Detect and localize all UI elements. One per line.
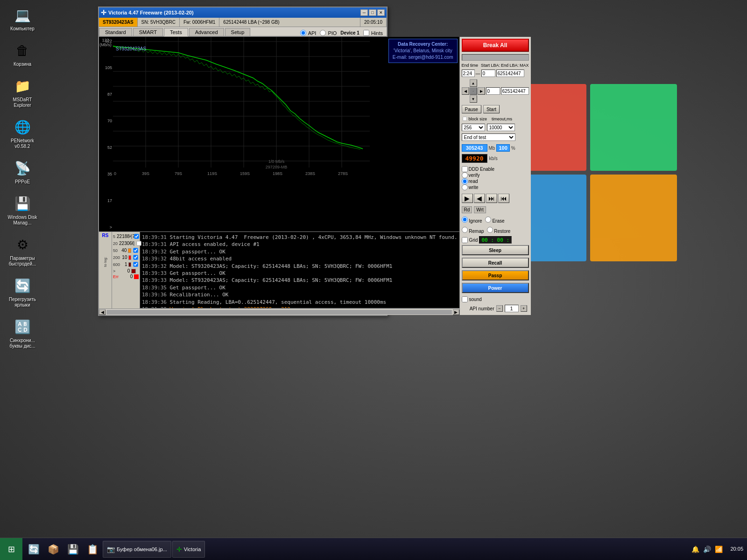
api-number-row: API number − + bbox=[462, 304, 529, 313]
api-minus-button[interactable]: − bbox=[496, 305, 503, 312]
end-button[interactable]: ⏮ bbox=[498, 194, 509, 203]
desktop-icon-pppoe[interactable]: 📡 PPPoE bbox=[4, 157, 41, 187]
start-lba-label: Start LBA: bbox=[481, 63, 500, 68]
recall-button[interactable]: Recall bbox=[462, 258, 529, 268]
restore-radio-label[interactable]: Restore bbox=[487, 227, 511, 234]
scrollbar-track[interactable] bbox=[106, 310, 452, 315]
sleep-button[interactable]: Sleep bbox=[462, 245, 529, 255]
next-button[interactable]: ⏭ bbox=[486, 194, 497, 203]
api-radio[interactable] bbox=[300, 30, 306, 36]
minimize-button[interactable]: ─ bbox=[360, 9, 368, 16]
svg-text:0: 0 bbox=[114, 171, 116, 176]
desktop-icon-params[interactable]: ⚙ Параметры быстродей... bbox=[4, 233, 41, 269]
passp-button[interactable]: Passp bbox=[462, 270, 529, 280]
ignore-radio[interactable] bbox=[462, 217, 468, 223]
pio-radio-group[interactable]: PIO bbox=[320, 30, 337, 36]
power-button[interactable]: Power bbox=[462, 283, 529, 293]
arrow-up[interactable]: ▲ bbox=[470, 79, 477, 87]
arrow-right[interactable]: ▶ bbox=[478, 87, 485, 95]
toggle-cb-0[interactable] bbox=[134, 234, 139, 238]
write-radio-label[interactable]: write bbox=[462, 184, 529, 190]
ignore-radio-label[interactable]: Ignore bbox=[462, 217, 482, 224]
read-radio[interactable] bbox=[462, 178, 468, 184]
rev-button[interactable]: ◀ bbox=[474, 194, 485, 203]
taskbar-icon-3[interactable]: 📋 bbox=[83, 540, 102, 559]
api-plus-button[interactable]: + bbox=[521, 305, 527, 312]
taskbar-buffer-btn[interactable]: 📷 Буфер обмена06.jp... bbox=[103, 541, 171, 558]
play-button[interactable]: ▶ bbox=[462, 194, 473, 203]
toggle-cb-4[interactable] bbox=[133, 262, 138, 266]
taskbar-icon-0[interactable]: 🔄 bbox=[24, 540, 43, 559]
tab-advanced[interactable]: Advanced bbox=[189, 28, 224, 36]
speed-display: 49920 bbox=[462, 154, 487, 163]
pio-radio[interactable] bbox=[320, 30, 326, 36]
grid-label: Grid bbox=[469, 238, 478, 243]
toggle-cb-2[interactable] bbox=[133, 248, 138, 252]
verify-radio[interactable] bbox=[462, 172, 468, 178]
count-val-0: 2218847 bbox=[117, 234, 130, 239]
close-button[interactable]: ✕ bbox=[377, 9, 385, 16]
end-lba-field-2[interactable] bbox=[501, 87, 529, 95]
hints-checkbox[interactable] bbox=[363, 30, 369, 36]
end-time-field[interactable] bbox=[462, 70, 475, 77]
desktop-icon-sync[interactable]: 🔠 Синхрони... буквы дис... bbox=[4, 315, 41, 351]
computer-icon-label: Компьютер bbox=[10, 26, 35, 32]
end-lba-label: End LBA: bbox=[501, 63, 519, 68]
timer-field[interactable] bbox=[479, 236, 512, 244]
erase-radio-label[interactable]: Erase bbox=[485, 217, 505, 224]
verify-radio-label[interactable]: verify bbox=[462, 172, 529, 178]
grid-checkbox[interactable] bbox=[462, 237, 468, 243]
desktop-icon-diskman[interactable]: 💾 Windows Disk Manag... bbox=[4, 192, 41, 228]
start-lba-field[interactable] bbox=[481, 70, 495, 77]
sound-checkbox[interactable] bbox=[462, 296, 468, 302]
start-button-taskbar[interactable]: ⊞ bbox=[0, 538, 22, 560]
tab-smart[interactable]: SMART bbox=[133, 28, 163, 36]
arrow-down[interactable]: ▼ bbox=[470, 95, 477, 103]
tab-tests[interactable]: Tests bbox=[164, 28, 188, 36]
read-radio-label[interactable]: read bbox=[462, 178, 529, 184]
desktop-icon-computer[interactable]: 💻 Компьютер bbox=[4, 4, 41, 34]
erase-radio[interactable] bbox=[485, 217, 491, 223]
rd-wrt-row: Rd Wrt bbox=[462, 206, 529, 213]
maximize-button[interactable]: □ bbox=[369, 9, 376, 16]
arrow-left[interactable]: ◀ bbox=[462, 87, 469, 95]
scroll-left-btn[interactable]: ◀ bbox=[99, 309, 106, 315]
lba-field-2[interactable] bbox=[486, 87, 500, 95]
ddd-label[interactable]: DDD Enable bbox=[462, 166, 529, 172]
arrow-center[interactable]: · bbox=[470, 87, 477, 95]
desktop-icon-reload[interactable]: 🔄 Перегрузить ярлыки bbox=[4, 274, 41, 310]
desktop-icon-penet[interactable]: 🌐 PENetwork v0.58.2 bbox=[4, 116, 41, 151]
end-lba-field[interactable] bbox=[496, 70, 524, 77]
taskbar-victoria-btn[interactable]: ✛ Victoria bbox=[172, 541, 205, 558]
tab-standard[interactable]: Standard bbox=[99, 28, 132, 36]
bar-5 bbox=[131, 269, 136, 273]
break-all-button[interactable]: Break All bbox=[462, 39, 529, 52]
desktop-icon-recycle[interactable]: 🗑 Корзина bbox=[4, 39, 41, 69]
toggle-cb-1[interactable] bbox=[136, 241, 141, 245]
taskbar-icon-2[interactable]: 💾 bbox=[63, 540, 82, 559]
hints-checkbox-group[interactable]: Hints bbox=[363, 30, 383, 36]
tab-setup[interactable]: Setup bbox=[225, 28, 251, 36]
sound-row: sound bbox=[462, 296, 529, 302]
remap-radio-label[interactable]: Remap bbox=[462, 227, 484, 234]
timeout-label: timeout,ms bbox=[492, 117, 512, 121]
taskbar-icon-1[interactable]: 📦 bbox=[44, 540, 63, 559]
block-size-select[interactable]: 256512 bbox=[462, 124, 485, 131]
block-checkbox[interactable] bbox=[462, 117, 466, 121]
scroll-right-btn[interactable]: ▶ bbox=[453, 309, 459, 315]
remap-radio[interactable] bbox=[462, 227, 468, 233]
device-label: Device 1 bbox=[340, 30, 359, 35]
start-button[interactable]: Start bbox=[483, 105, 500, 113]
end-of-test-select[interactable]: End of test bbox=[462, 133, 515, 141]
rs-label[interactable]: RS bbox=[102, 233, 109, 238]
timeout-select[interactable]: 100005000 bbox=[487, 124, 515, 131]
api-number-field[interactable] bbox=[505, 305, 519, 312]
pause-button[interactable]: Pause bbox=[462, 105, 481, 113]
toggle-cb-3[interactable] bbox=[133, 255, 138, 259]
write-radio[interactable] bbox=[462, 184, 468, 190]
desktop-icon-msdart[interactable]: 📁 MSDaRT Explorer bbox=[4, 75, 41, 110]
restore-radio[interactable] bbox=[487, 227, 493, 233]
ddd-checkbox[interactable] bbox=[462, 166, 468, 172]
log-scrollbar[interactable]: ◀ ▶ bbox=[99, 308, 459, 315]
api-radio-group[interactable]: API bbox=[300, 30, 317, 36]
